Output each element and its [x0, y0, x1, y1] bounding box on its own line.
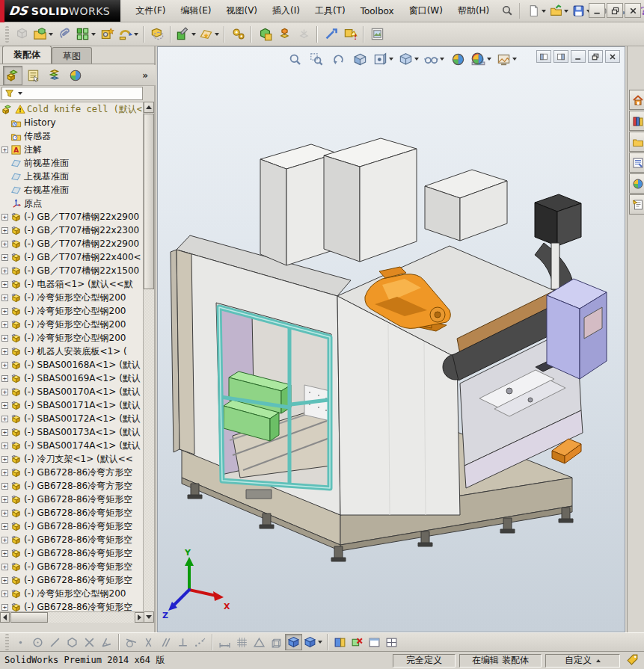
dropdown-arrow-icon[interactable]	[215, 33, 219, 36]
taskpane-tab-view-palette[interactable]	[629, 152, 644, 173]
display-manager-tab[interactable]	[66, 66, 85, 85]
scrollbar-thumb[interactable]	[10, 612, 48, 623]
tree-item[interactable]: +(-) SBAS00172A<1> (默认	[0, 412, 144, 425]
tree-item[interactable]: +(-) GB6728-86冷弯矩形空	[0, 600, 144, 611]
dropdown-arrow-icon[interactable]	[318, 641, 322, 644]
view-settings-button[interactable]	[495, 49, 518, 69]
show-hidden-components-button[interactable]	[147, 25, 167, 44]
snapshot-button[interactable]	[367, 25, 387, 44]
smart-dimension-button[interactable]	[216, 634, 233, 650]
tag-icon[interactable]	[626, 653, 639, 666]
tree-item[interactable]: +(-) 电器箱<1> (默认<<默	[0, 277, 144, 291]
expand-plus-icon[interactable]: +	[1, 335, 8, 342]
sketch-point-button[interactable]	[12, 634, 29, 650]
tree-item[interactable]: +(-) GB／T707槽钢22x2300	[0, 223, 144, 237]
expand-plus-icon[interactable]: +	[1, 375, 8, 382]
tree-item[interactable]: +(-) GB6728-86冷弯矩形空	[0, 560, 144, 573]
expand-plus-icon[interactable]: +	[1, 389, 8, 395]
menu-5[interactable]: 工具(T)	[307, 3, 353, 19]
tree-item[interactable]: +(-) SBAS00174A<1> (默认	[0, 439, 144, 452]
tag-icon[interactable]	[626, 653, 641, 668]
view-orientation-button[interactable]	[372, 49, 395, 69]
tree-item[interactable]: +(-) GB6728-86冷弯矩形空	[0, 520, 144, 533]
tree-horizontal-scrollbar[interactable]	[0, 611, 144, 623]
section-view-button[interactable]	[350, 49, 369, 69]
tree-item[interactable]: +(-) GB／T707槽钢22x2900	[0, 210, 144, 223]
relation-perpendicular-button[interactable]	[174, 634, 191, 650]
expand-plus-icon[interactable]: +	[1, 321, 8, 328]
motion-gears-button[interactable]	[228, 25, 248, 44]
dropdown-arrow-icon[interactable]	[49, 33, 53, 36]
menu-2[interactable]: 编辑(E)	[174, 3, 219, 19]
filter-funnel-icon[interactable]	[4, 88, 15, 99]
doc-close-button[interactable]	[605, 50, 620, 63]
dropdown-arrow-icon[interactable]	[440, 58, 444, 61]
tree-filter-bar[interactable]	[1, 87, 143, 100]
restore-button[interactable]	[607, 3, 623, 18]
tree-item[interactable]: 右视基准面	[0, 183, 144, 197]
tree-item[interactable]: +(-) 冷弯矩形空心型钢200	[0, 318, 144, 331]
filter-dropdown-arrow-icon[interactable]	[18, 92, 22, 95]
expand-plus-icon[interactable]: +	[1, 523, 8, 530]
taskpane-tab-solidworks-resources[interactable]	[629, 90, 644, 110]
open-folder-button[interactable]	[548, 1, 570, 21]
tree-item[interactable]: +(-) 冷弯矩形空心型钢200	[0, 291, 144, 304]
expand-plus-icon[interactable]: +	[1, 254, 8, 261]
tree-item[interactable]: +(-) 冷弯矩形空心型钢200	[0, 331, 144, 345]
expand-plus-icon[interactable]: +	[1, 241, 8, 247]
tree-item[interactable]: 原点	[0, 197, 144, 210]
tree-item[interactable]: +(-) 冷刀支架<1> (默认<<	[0, 452, 144, 466]
panel-tab-assembly[interactable]: 装配体	[2, 46, 52, 64]
zoom-to-area-button[interactable]	[307, 49, 326, 69]
tree-item[interactable]: +(-) GB6728-86冷弯矩形空	[0, 573, 144, 587]
viewport-single-button[interactable]	[366, 634, 383, 650]
tree-item[interactable]: +(-) GB6728-86冷弯矩形空	[0, 533, 144, 546]
dropdown-arrow-icon[interactable]	[91, 33, 96, 36]
expand-plus-icon[interactable]: +	[1, 281, 8, 288]
menu-4[interactable]: 插入(I)	[265, 3, 307, 19]
search-icon[interactable]	[501, 2, 513, 19]
relation-symmetric-button[interactable]	[140, 634, 157, 650]
apply-scene-button[interactable]	[470, 49, 493, 69]
mate-button[interactable]	[55, 25, 74, 44]
toolbar-grip[interactable]	[5, 634, 9, 650]
tree-item[interactable]: +(-) 机器人安装底板<1> (	[0, 345, 144, 358]
expand-plus-icon[interactable]: +	[1, 443, 8, 449]
minimize-button[interactable]	[589, 3, 605, 18]
sketch-polygon-button[interactable]	[64, 634, 81, 650]
scroll-up-button[interactable]	[144, 102, 154, 113]
viewport-grid-button[interactable]	[383, 634, 400, 650]
tree-item[interactable]: 前视基准面	[0, 156, 144, 170]
expand-plus-icon[interactable]: +	[1, 268, 8, 274]
shaded-with-edges-button[interactable]	[302, 634, 324, 650]
dropdown-arrow-icon[interactable]	[414, 58, 419, 61]
previous-view-button[interactable]	[328, 49, 348, 69]
expand-plus-icon[interactable]: +	[1, 295, 8, 301]
expand-plus-icon[interactable]: +	[1, 496, 8, 503]
tree-item[interactable]: +(-) GB／T707槽钢22x2900	[0, 237, 144, 250]
panel-tab-sketch[interactable]: 草图	[52, 47, 92, 64]
tree-item[interactable]: +(-) SBAS00168A<1> (默认	[0, 358, 144, 372]
smart-fasteners-button[interactable]	[97, 25, 117, 44]
taskpane-tab-design-library[interactable]	[629, 111, 644, 131]
configuration-manager-tab[interactable]	[45, 66, 64, 85]
tree-item[interactable]: +(-) SBAS00173A<1> (默认	[0, 425, 144, 439]
trim-entities-button[interactable]	[81, 634, 98, 650]
reference-geometry-button[interactable]	[197, 25, 221, 44]
edit-appearance-button[interactable]	[448, 49, 467, 69]
close-button[interactable]	[625, 3, 641, 18]
expand-plus-icon[interactable]: +	[1, 362, 8, 369]
expand-plus-icon[interactable]: +	[1, 416, 8, 422]
doc-minimize-button[interactable]	[571, 50, 586, 63]
menu-1[interactable]: 文件(F)	[128, 3, 173, 19]
expand-plus-icon[interactable]: +	[1, 577, 8, 584]
expand-plus-icon[interactable]: +	[1, 227, 8, 234]
assembly-visualization-button[interactable]	[255, 25, 275, 44]
expand-plus-icon[interactable]: +	[1, 564, 8, 570]
tree-item[interactable]: +(-) SBAS00170A<1> (默认	[0, 385, 144, 398]
sketch-line-button[interactable]	[46, 634, 64, 650]
tree-item[interactable]: 传感器	[0, 129, 144, 143]
tree-vertical-scrollbar[interactable]	[143, 102, 154, 623]
insert-component-button[interactable]	[12, 25, 31, 44]
taskpane-tab-custom-properties[interactable]	[629, 194, 644, 215]
